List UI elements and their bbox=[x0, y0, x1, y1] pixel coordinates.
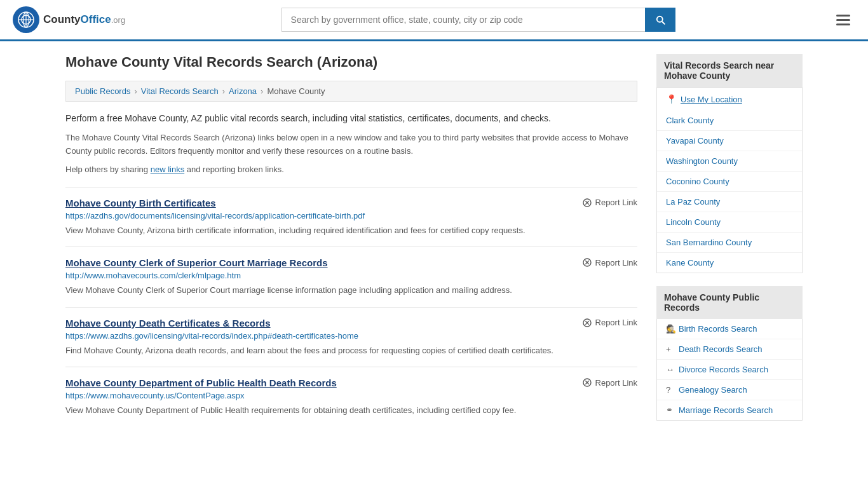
result-desc-2: Find Mohave County, Arizona death record… bbox=[65, 344, 637, 357]
public-records-list: 🕵Birth Records Search+Death Records Sear… bbox=[656, 319, 803, 421]
use-my-location-link[interactable]: Use My Location bbox=[681, 95, 742, 104]
nearby-county-2: Washington County bbox=[657, 151, 802, 172]
public-record-item-2: ↔Divorce Records Search bbox=[657, 360, 802, 380]
nearby-county-link-5[interactable]: Lincoln County bbox=[666, 217, 721, 227]
main-container: Mohave County Vital Records Search (Ariz… bbox=[53, 41, 815, 446]
description-2: The Mohave County Vital Records Search (… bbox=[65, 132, 637, 158]
nearby-section-title: Vital Records Search near Mohave County bbox=[656, 54, 803, 87]
use-my-location-row: 📍 Use My Location bbox=[656, 87, 803, 111]
report-icon-3 bbox=[582, 377, 592, 388]
logo-icon bbox=[13, 6, 39, 33]
public-record-link-3[interactable]: ?Genealogy Search bbox=[666, 385, 747, 395]
public-records-section-title: Mohave County Public Records bbox=[656, 286, 803, 319]
header: CountyOffice.org bbox=[0, 0, 868, 41]
public-record-icon-4: ⚭ bbox=[666, 405, 676, 415]
search-area bbox=[281, 8, 675, 32]
hamburger-icon bbox=[834, 12, 853, 28]
results-list: Mohave County Birth Certificates Report … bbox=[65, 187, 637, 427]
nearby-county-5: Lincoln County bbox=[657, 212, 802, 233]
nearby-county-3: Coconino County bbox=[657, 172, 802, 192]
report-label-0: Report Link bbox=[595, 198, 637, 207]
report-link-2[interactable]: Report Link bbox=[582, 318, 637, 328]
report-link-3[interactable]: Report Link bbox=[582, 377, 637, 388]
result-header-0: Mohave County Birth Certificates Report … bbox=[65, 198, 637, 208]
public-record-link-0[interactable]: 🕵Birth Records Search bbox=[666, 324, 757, 334]
result-title-2[interactable]: Mohave County Death Certificates & Recor… bbox=[65, 318, 271, 329]
nearby-county-link-4[interactable]: La Paz County bbox=[666, 197, 720, 207]
nearby-county-4: La Paz County bbox=[657, 192, 802, 212]
nearby-county-1: Yavapai County bbox=[657, 131, 802, 151]
report-label-1: Report Link bbox=[595, 258, 637, 268]
share-text-after: and reporting broken links. bbox=[184, 165, 284, 174]
result-item-2: Mohave County Death Certificates & Recor… bbox=[65, 307, 637, 367]
nearby-county-link-6[interactable]: San Bernardino County bbox=[666, 238, 752, 247]
breadcrumb-arizona[interactable]: Arizona bbox=[229, 86, 257, 96]
public-record-icon-2: ↔ bbox=[666, 365, 676, 374]
result-title-3[interactable]: Mohave County Department of Public Healt… bbox=[65, 377, 337, 388]
nearby-county-0: Clark County bbox=[657, 111, 802, 131]
nearby-county-link-0[interactable]: Clark County bbox=[666, 116, 714, 125]
result-title-1[interactable]: Mohave County Clerk of Superior Court Ma… bbox=[65, 257, 328, 268]
public-record-icon-0: 🕵 bbox=[666, 324, 676, 334]
share-text-before: Help others by sharing bbox=[65, 165, 151, 174]
public-record-item-4: ⚭Marriage Records Search bbox=[657, 400, 802, 420]
result-header-3: Mohave County Department of Public Healt… bbox=[65, 377, 637, 388]
result-desc-0: View Mohave County, Arizona birth certif… bbox=[65, 224, 637, 237]
logo-text: CountyOffice.org bbox=[43, 13, 125, 26]
public-record-link-4[interactable]: ⚭Marriage Records Search bbox=[666, 405, 773, 415]
public-record-icon-1: + bbox=[666, 344, 676, 354]
public-record-link-1[interactable]: +Death Records Search bbox=[666, 344, 763, 354]
report-link-1[interactable]: Report Link bbox=[582, 257, 637, 268]
search-input[interactable] bbox=[281, 8, 645, 32]
result-title-0[interactable]: Mohave County Birth Certificates bbox=[65, 198, 216, 208]
breadcrumb-current: Mohave County bbox=[267, 86, 325, 96]
nearby-county-link-3[interactable]: Coconino County bbox=[666, 177, 729, 186]
search-icon bbox=[654, 14, 666, 25]
report-icon-1 bbox=[582, 257, 592, 268]
nearby-county-link-7[interactable]: Kane County bbox=[666, 258, 714, 268]
result-url-0[interactable]: https://azdhs.gov/documents/licensing/vi… bbox=[65, 211, 637, 220]
description-1: Perform a free Mohave County, AZ public … bbox=[65, 112, 637, 125]
public-record-item-1: +Death Records Search bbox=[657, 339, 802, 360]
result-url-3[interactable]: https://www.mohavecounty.us/ContentPage.… bbox=[65, 391, 637, 400]
breadcrumb-sep-2: › bbox=[222, 86, 225, 96]
report-icon-0 bbox=[582, 198, 592, 208]
breadcrumb-sep-3: › bbox=[261, 86, 263, 96]
nearby-county-6: San Bernardino County bbox=[657, 233, 802, 253]
nearby-county-link-1[interactable]: Yavapai County bbox=[666, 136, 724, 146]
hamburger-menu-button[interactable] bbox=[831, 10, 855, 30]
report-label-3: Report Link bbox=[595, 378, 637, 388]
result-item-0: Mohave County Birth Certificates Report … bbox=[65, 187, 637, 247]
report-link-0[interactable]: Report Link bbox=[582, 198, 637, 208]
report-icon-2 bbox=[582, 318, 592, 328]
result-header-1: Mohave County Clerk of Superior Court Ma… bbox=[65, 257, 637, 268]
result-url-2[interactable]: https://www.azdhs.gov/licensing/vital-re… bbox=[65, 331, 637, 341]
breadcrumb-public-records[interactable]: Public Records bbox=[75, 86, 130, 96]
logo-area: CountyOffice.org bbox=[13, 6, 125, 33]
public-record-icon-3: ? bbox=[666, 385, 676, 395]
nearby-county-link-2[interactable]: Washington County bbox=[666, 156, 738, 166]
result-url-1[interactable]: http://www.mohavecourts.com/clerk/mlpage… bbox=[65, 271, 637, 280]
public-record-item-0: 🕵Birth Records Search bbox=[657, 319, 802, 339]
nearby-counties-list: Clark CountyYavapai CountyWashington Cou… bbox=[656, 111, 803, 273]
result-desc-3: View Mohave County Department of Public … bbox=[65, 404, 637, 417]
content-area: Mohave County Vital Records Search (Ariz… bbox=[65, 54, 637, 433]
result-item-1: Mohave County Clerk of Superior Court Ma… bbox=[65, 247, 637, 307]
nearby-county-7: Kane County bbox=[657, 253, 802, 273]
breadcrumb-sep-1: › bbox=[134, 86, 137, 96]
result-item-3: Mohave County Department of Public Healt… bbox=[65, 367, 637, 427]
search-button[interactable] bbox=[645, 8, 675, 32]
new-links-link[interactable]: new links bbox=[151, 165, 184, 174]
report-label-2: Report Link bbox=[595, 318, 637, 327]
result-header-2: Mohave County Death Certificates & Recor… bbox=[65, 318, 637, 329]
share-text: Help others by sharing new links and rep… bbox=[65, 165, 637, 174]
page-title: Mohave County Vital Records Search (Ariz… bbox=[65, 54, 637, 71]
breadcrumb-vital-records[interactable]: Vital Records Search bbox=[141, 86, 219, 96]
sidebar: Vital Records Search near Mohave County … bbox=[656, 54, 803, 433]
public-record-link-2[interactable]: ↔Divorce Records Search bbox=[666, 365, 768, 374]
result-desc-1: View Mohave County Clerk of Superior Cou… bbox=[65, 284, 637, 297]
breadcrumb: Public Records › Vital Records Search › … bbox=[65, 81, 637, 102]
public-record-item-3: ?Genealogy Search bbox=[657, 380, 802, 400]
location-pin-icon: 📍 bbox=[666, 94, 677, 104]
